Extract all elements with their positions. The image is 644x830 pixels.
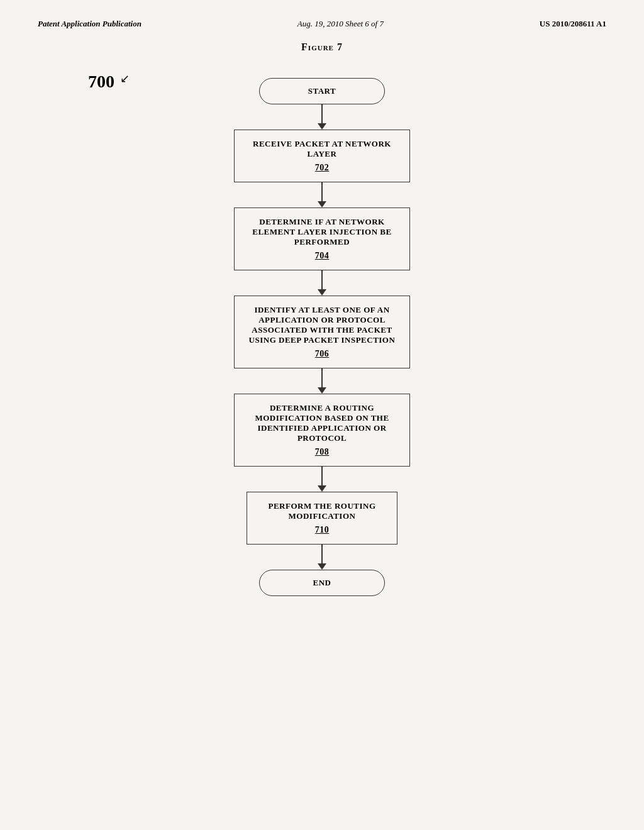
header-right: US 2010/208611 A1 (540, 19, 606, 29)
node-704: DETERMINE IF AT NETWORK ELEMENT LAYER IN… (234, 208, 410, 270)
box-704: DETERMINE IF AT NETWORK ELEMENT LAYER IN… (234, 208, 410, 270)
connector-3 (318, 270, 326, 296)
connector-4 (318, 368, 326, 394)
start-label: START (308, 86, 336, 96)
text-704: DETERMINE IF AT NETWORK ELEMENT LAYER IN… (252, 217, 391, 246)
box-702: RECEIVE PACKET AT NETWORK LAYER 702 (234, 130, 410, 182)
end-node: END (259, 570, 385, 596)
page: Patent Application Publication Aug. 19, … (0, 0, 644, 830)
figure-label: 700 ↙ (88, 72, 130, 92)
line-6 (321, 545, 323, 563)
ref-706: 706 (247, 349, 397, 359)
header-center: Aug. 19, 2010 Sheet 6 of 7 (297, 19, 384, 29)
ref-708: 708 (247, 447, 397, 457)
end-label: END (313, 578, 331, 587)
start-node: START (259, 78, 385, 104)
figure-title: Figure 7 (38, 42, 606, 53)
box-708: DETERMINE A ROUTING MODIFICATION BASED O… (234, 394, 410, 467)
line-1 (321, 104, 323, 123)
page-header: Patent Application Publication Aug. 19, … (38, 19, 606, 29)
box-706: IDENTIFY AT LEAST ONE OF AN APPLICATION … (234, 296, 410, 368)
header-left: Patent Application Publication (38, 19, 142, 29)
diagram-container: 700 ↙ START RECEIVE PACKET AT NETWORK LA… (38, 72, 606, 621)
node-706: IDENTIFY AT LEAST ONE OF AN APPLICATION … (234, 296, 410, 368)
text-702: RECEIVE PACKET AT NETWORK LAYER (253, 139, 391, 158)
node-710: PERFORM THE ROUTING MODIFICATION 710 (247, 492, 397, 545)
arrow-2 (318, 201, 326, 208)
text-706: IDENTIFY AT LEAST ONE OF AN APPLICATION … (249, 305, 396, 345)
connector-5 (318, 467, 326, 492)
text-710: PERFORM THE ROUTING MODIFICATION (268, 501, 375, 521)
start-box: START (259, 78, 385, 104)
connector-6 (318, 545, 326, 570)
line-5 (321, 467, 323, 485)
figure-label-arrow: ↙ (120, 72, 130, 85)
connector-1 (318, 104, 326, 130)
arrow-1 (318, 123, 326, 130)
line-3 (321, 270, 323, 289)
text-708: DETERMINE A ROUTING MODIFICATION BASED O… (255, 403, 389, 443)
ref-704: 704 (247, 251, 397, 261)
node-702: RECEIVE PACKET AT NETWORK LAYER 702 (234, 130, 410, 182)
ref-710: 710 (260, 525, 384, 535)
node-708: DETERMINE A ROUTING MODIFICATION BASED O… (234, 394, 410, 467)
arrow-5 (318, 485, 326, 492)
arrow-4 (318, 387, 326, 394)
ref-702: 702 (247, 163, 397, 173)
box-710: PERFORM THE ROUTING MODIFICATION 710 (247, 492, 397, 545)
line-2 (321, 182, 323, 201)
arrow-3 (318, 289, 326, 296)
end-box: END (259, 570, 385, 596)
line-4 (321, 368, 323, 387)
connector-2 (318, 182, 326, 208)
arrow-6 (318, 563, 326, 570)
